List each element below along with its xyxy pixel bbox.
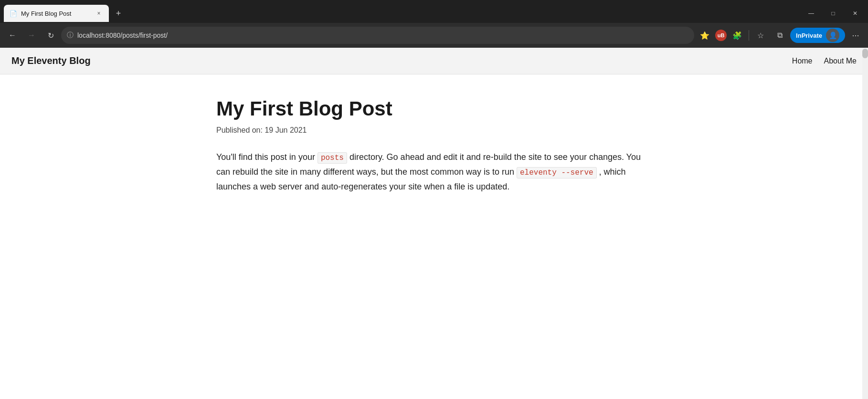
inprivate-button[interactable]: InPrivate 👤 (790, 28, 845, 43)
back-button[interactable]: ← (4, 27, 21, 44)
tab-title: My First Blog Post (21, 10, 91, 17)
address-bar: ← → ↻ ⓘ localhost:8080/posts/first-post/… (0, 23, 868, 48)
close-button[interactable]: ✕ (844, 5, 866, 22)
collections-icon: ⧉ (777, 31, 783, 40)
extensions-button[interactable]: 🧩 (729, 27, 746, 44)
site-title: My Eleventy Blog (11, 55, 91, 66)
scrollbar[interactable] (862, 48, 868, 399)
new-tab-button[interactable]: + (111, 6, 126, 21)
reading-list-icon: ☆ (757, 31, 764, 40)
post-body: You'll find this post in your posts dire… (216, 150, 652, 194)
collections-button[interactable]: ⧉ (771, 27, 788, 44)
code-posts: posts (318, 152, 347, 164)
tab-close-button[interactable]: × (95, 9, 103, 18)
toolbar-divider (749, 30, 749, 41)
window-controls: — □ ✕ (800, 5, 868, 22)
refresh-icon: ↻ (48, 31, 54, 40)
toolbar-right: ⭐ uB 🧩 ☆ ⧉ InPrivate 👤 ··· (696, 27, 864, 44)
inprivate-label: InPrivate (796, 32, 822, 39)
ub-label: uB (718, 32, 725, 38)
post-container: My First Blog Post Published on: 19 Jun … (205, 74, 663, 217)
scrollbar-thumb[interactable] (862, 49, 868, 58)
more-icon: ··· (852, 31, 859, 41)
published-label: Published on: 19 Jun 2021 (216, 126, 307, 134)
address-url: localhost:8080/posts/first-post/ (77, 32, 688, 39)
tab-bar: 📄 My First Blog Post × + — □ ✕ (0, 0, 868, 23)
maximize-button[interactable]: □ (822, 5, 844, 22)
refresh-button[interactable]: ↻ (42, 27, 59, 44)
browser-chrome: 📄 My First Blog Post × + — □ ✕ ← → ↻ ⓘ l… (0, 0, 868, 48)
favorites-button[interactable]: ⭐ (696, 27, 713, 44)
site-header: My Eleventy Blog Home About Me (0, 48, 868, 74)
info-icon: ⓘ (67, 31, 74, 40)
site-nav: Home About Me (792, 57, 857, 65)
ublock-button[interactable]: uB (715, 30, 727, 41)
reading-list-button[interactable]: ☆ (752, 27, 769, 44)
code-eleventy-serve: eleventy --serve (517, 167, 597, 178)
nav-about-link[interactable]: About Me (824, 57, 857, 65)
tab-page-icon: 📄 (10, 10, 17, 17)
webpage: My Eleventy Blog Home About Me My First … (0, 48, 868, 399)
minimize-button[interactable]: — (800, 5, 822, 22)
avatar: 👤 (826, 29, 839, 42)
post-title: My First Blog Post (216, 97, 652, 120)
favorites-icon: ⭐ (700, 31, 709, 40)
back-icon: ← (9, 31, 16, 40)
forward-button[interactable]: → (23, 27, 40, 44)
more-button[interactable]: ··· (847, 27, 864, 44)
active-tab[interactable]: 📄 My First Blog Post × (4, 5, 109, 22)
forward-icon: → (28, 31, 35, 40)
body-text-1: You'll find this post in your (216, 152, 318, 162)
post-date: Published on: 19 Jun 2021 (216, 126, 652, 135)
nav-home-link[interactable]: Home (792, 57, 813, 65)
post-paragraph: You'll find this post in your posts dire… (216, 150, 652, 194)
extensions-icon: 🧩 (732, 31, 742, 40)
address-input-wrap[interactable]: ⓘ localhost:8080/posts/first-post/ (61, 27, 694, 44)
